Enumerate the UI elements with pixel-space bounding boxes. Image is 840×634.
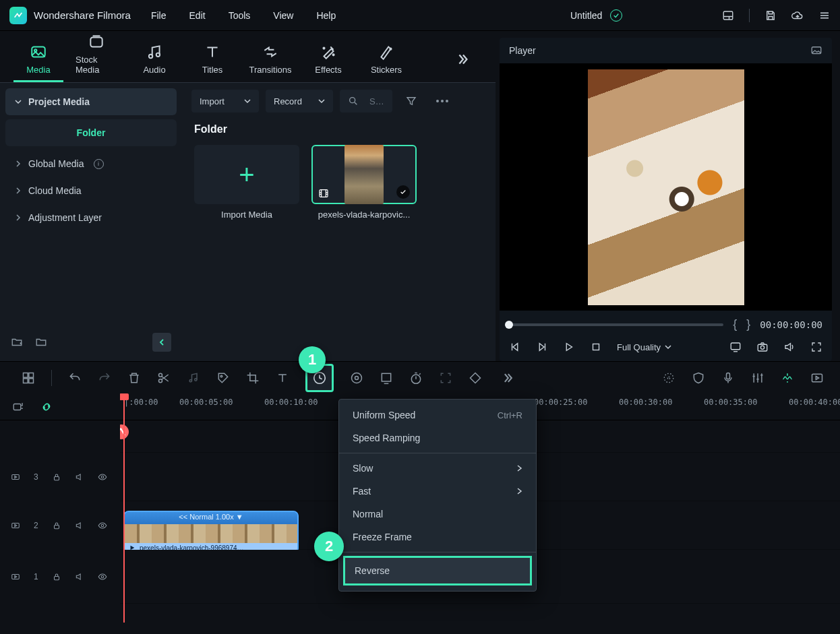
playhead[interactable] <box>123 393 125 623</box>
sidebar-adjustment-layer[interactable]: Adjustment Layer <box>5 204 177 231</box>
menu-fast[interactable]: Fast <box>339 480 536 503</box>
link-icon[interactable] <box>40 401 53 413</box>
media-clip-card[interactable]: pexels-vlada-karpovic... <box>311 145 417 220</box>
layout-icon[interactable] <box>722 9 734 22</box>
clip-header: << Normal 1.00x ▼ <box>125 512 297 524</box>
stop-icon[interactable] <box>590 341 602 353</box>
add-track-icon[interactable] <box>12 401 24 413</box>
menu-edit[interactable]: Edit <box>189 10 206 21</box>
more-icon[interactable] <box>430 90 454 113</box>
ai-sparkle-icon[interactable] <box>662 371 676 385</box>
menu-file[interactable]: File <box>151 10 167 21</box>
save-icon[interactable] <box>764 9 777 22</box>
menu-slow[interactable]: Slow <box>339 457 536 480</box>
mute-icon[interactable] <box>75 521 84 530</box>
menu-normal[interactable]: Normal <box>339 503 536 526</box>
record-dropdown[interactable]: Record <box>266 90 333 113</box>
tab-stickers[interactable]: Stickers <box>361 43 411 82</box>
menu-reverse-label: Reverse <box>355 565 390 576</box>
fullscreen-icon[interactable] <box>810 341 822 353</box>
toolbar-more-icon[interactable] <box>501 371 514 385</box>
eye-icon[interactable] <box>98 472 107 482</box>
color-icon[interactable] <box>350 371 363 385</box>
timeline-clip[interactable]: << Normal 1.00x ▼ pexels-vlada-karpovich… <box>123 511 299 554</box>
menu-tools[interactable]: Tools <box>229 10 251 21</box>
search-input[interactable]: S… <box>340 90 392 113</box>
menu-help[interactable]: Help <box>316 10 336 21</box>
split-icon[interactable] <box>157 371 171 385</box>
snapshot-icon[interactable] <box>756 341 769 353</box>
lock-icon[interactable] <box>52 521 61 530</box>
mic-icon[interactable] <box>721 371 735 385</box>
cast-icon[interactable] <box>729 341 742 353</box>
svg-point-26 <box>195 378 197 380</box>
tabs-more-icon[interactable] <box>455 52 470 67</box>
tab-stock-media[interactable]: Stock Media <box>71 33 121 82</box>
layout-grid-icon[interactable] <box>22 371 35 385</box>
info-icon[interactable]: i <box>94 159 104 169</box>
tab-media-label: Media <box>26 65 50 75</box>
redo-icon[interactable] <box>98 371 111 385</box>
tab-media[interactable]: Media <box>13 43 63 82</box>
hamburger-icon[interactable] <box>818 9 831 22</box>
menu-reverse[interactable]: Reverse <box>343 556 532 585</box>
mute-icon[interactable] <box>75 472 84 482</box>
sync-status-icon[interactable] <box>610 9 622 22</box>
import-label: Import <box>200 96 224 106</box>
undo-icon[interactable] <box>68 371 82 385</box>
eye-icon[interactable] <box>98 572 107 581</box>
sidebar-global-media[interactable]: Global Media i <box>5 150 177 177</box>
scrub-bar[interactable] <box>509 323 723 326</box>
lock-icon[interactable] <box>52 472 61 482</box>
timeline-toolbar: 1 <box>0 361 840 393</box>
folder-icon[interactable] <box>35 336 47 348</box>
play-backward-icon[interactable] <box>536 341 548 353</box>
ruler-tick: 00:00:05:00 <box>179 398 233 407</box>
audio-detach-icon[interactable] <box>187 371 200 385</box>
eye-icon[interactable] <box>98 521 107 530</box>
mark-out-icon[interactable]: } <box>746 317 750 331</box>
sidebar-folder[interactable]: Folder <box>5 119 177 146</box>
collapse-sidebar-button[interactable] <box>152 333 171 352</box>
menu-freeze-frame[interactable]: Freeze Frame <box>339 526 536 548</box>
menu-speed-ramping[interactable]: Speed Ramping <box>339 426 536 449</box>
mark-in-icon[interactable]: { <box>733 317 737 331</box>
preview-area[interactable] <box>500 63 832 311</box>
cloud-upload-icon[interactable] <box>791 9 804 22</box>
import-dropdown[interactable]: Import <box>191 90 259 113</box>
tab-effects[interactable]: Effects <box>303 43 353 82</box>
delete-icon[interactable] <box>127 371 141 385</box>
text-icon[interactable] <box>276 371 289 385</box>
marker-tag-icon[interactable] <box>216 371 230 385</box>
tab-transitions[interactable]: Transitions <box>245 43 295 82</box>
film-icon <box>318 188 329 199</box>
quality-dropdown[interactable]: Full Quality <box>617 342 671 352</box>
filter-icon[interactable] <box>399 90 423 113</box>
svg-rect-15 <box>593 344 599 350</box>
stopwatch-icon[interactable] <box>409 371 423 385</box>
frame-icon[interactable] <box>439 371 452 385</box>
track-head-1: 1 <box>0 550 120 604</box>
menu-uniform-speed[interactable]: Uniform Speed Ctrl+R <box>339 404 536 426</box>
tab-titles[interactable]: Titles <box>187 43 237 82</box>
keyframe-icon[interactable] <box>469 371 482 385</box>
sidebar-project-media[interactable]: Project Media <box>5 88 177 115</box>
mute-icon[interactable] <box>75 572 84 581</box>
new-folder-icon[interactable] <box>11 336 23 348</box>
sidebar-cloud-media[interactable]: Cloud Media <box>5 177 177 204</box>
menu-view[interactable]: View <box>273 10 293 21</box>
render-icon[interactable] <box>781 371 794 385</box>
import-media-card[interactable]: + Import Media <box>194 145 299 220</box>
green-screen-icon[interactable] <box>380 371 393 385</box>
play-icon[interactable] <box>563 341 575 353</box>
lock-icon[interactable] <box>52 572 61 581</box>
crop-icon[interactable] <box>246 371 260 385</box>
tab-audio[interactable]: Audio <box>129 43 179 82</box>
export-icon[interactable] <box>810 371 824 385</box>
prev-frame-icon[interactable] <box>509 341 521 353</box>
volume-icon[interactable] <box>783 341 796 353</box>
player-display-icon[interactable] <box>810 44 822 57</box>
mixer-icon[interactable] <box>751 371 764 385</box>
svg-rect-45 <box>54 576 59 579</box>
shield-icon[interactable] <box>692 371 705 385</box>
